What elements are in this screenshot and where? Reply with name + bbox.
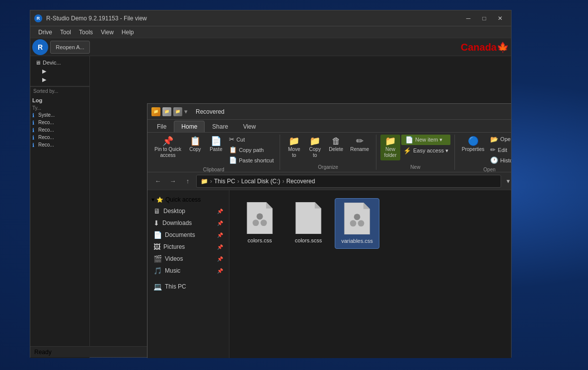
minimize-button[interactable]: ─ (461, 13, 475, 23)
address-path[interactable]: 📁 › This PC › Local Disk (C:) › Recovere… (196, 175, 501, 188)
paste-shortcut-button[interactable]: 📄 Paste shortcut (227, 155, 276, 165)
outer-win-controls: ─ □ ✕ (461, 13, 507, 23)
app-logo: R (32, 39, 48, 55)
documents-icon: 📄 (153, 231, 162, 239)
sidebar-item-documents[interactable]: 📄 Documents 📌 (147, 229, 229, 241)
tab-file[interactable]: File (149, 121, 174, 132)
pin-to-quick-access-button[interactable]: 📌 Pin to Quickaccess (151, 135, 184, 160)
properties-icon: 🔵 (468, 137, 479, 146)
new-item-button[interactable]: 📄 New item ▾ (401, 135, 450, 145)
log-col-header: Ty... (32, 105, 87, 111)
organize-label: Organize (284, 162, 372, 170)
breadcrumb-recovered[interactable]: Recovered (286, 178, 315, 185)
documents-pin-icon: 📌 (217, 232, 223, 238)
copy-button[interactable]: 📋 Copy (185, 135, 205, 154)
folder-icon-2: 📁 (162, 107, 171, 116)
sidebar-quick-access-header[interactable]: ▾ ⭐ Quick access (147, 194, 229, 205)
svg-point-10 (358, 220, 365, 226)
pin-icon: 📌 (162, 137, 173, 146)
colors-scss-icon (293, 202, 324, 234)
address-dropdown-button[interactable]: ▾ (503, 175, 511, 188)
new-label: New (380, 162, 450, 170)
outer-window-title: R-Studio Demo 9.2.191153 - File view (46, 15, 461, 22)
svg-point-11 (354, 214, 361, 220)
tab-view[interactable]: View (235, 121, 263, 132)
delete-button[interactable]: 🗑 Delete (326, 135, 346, 154)
svg-marker-6 (315, 202, 321, 209)
fe-content: colors.css colors.scss (229, 190, 511, 358)
svg-point-4 (257, 213, 263, 220)
new-small-buttons: 📄 New item ▾ ⚡ Easy access ▾ (401, 135, 450, 155)
quick-access-icon: ⭐ (156, 197, 163, 203)
file-item-variables-css[interactable]: variables.css (335, 198, 379, 249)
pictures-icon: 🖼 (153, 243, 160, 251)
maximize-button[interactable]: □ (477, 13, 491, 23)
menu-tool[interactable]: Tool (56, 26, 75, 38)
quick-access-more[interactable]: ▾ (184, 108, 188, 115)
menu-view[interactable]: View (97, 26, 118, 38)
fe-sidebar: ▾ ⭐ Quick access 🖥 Desktop 📌 ⬇ Downloads (147, 190, 229, 358)
open-buttons: 🔵 Properties 📂 Open ▾ ✏ Edit (459, 135, 511, 165)
sidebar-item-downloads[interactable]: ⬇ Downloads 📌 (147, 217, 229, 229)
svg-marker-8 (364, 203, 370, 209)
new-folder-button[interactable]: 📁 Newfolder (380, 135, 400, 160)
breadcrumb-folder-icon: 📁 (201, 178, 208, 185)
tree-item-2[interactable]: ▶ (40, 75, 87, 84)
toolbar-reopen-btn[interactable]: Reopen A... (50, 41, 90, 54)
downloads-pin-icon: 📌 (217, 221, 223, 226)
sidebar-item-desktop-label: Desktop (163, 208, 185, 215)
open-button[interactable]: 📂 Open ▾ (488, 135, 511, 144)
paste-icon: 📄 (211, 137, 221, 146)
file-item-colors-scss[interactable]: colors.scss (286, 198, 331, 249)
nav-forward-button[interactable]: → (166, 175, 179, 188)
nav-back-button[interactable]: ← (151, 175, 164, 188)
outer-menubar: Drive Tool Tools View Help (30, 26, 511, 38)
sidebar-item-desktop[interactable]: 🖥 Desktop 📌 (147, 205, 229, 217)
history-button[interactable]: 🕐 History (488, 155, 511, 165)
log-header: Log (32, 97, 87, 103)
tree-item-1[interactable]: ▶ (40, 67, 87, 75)
properties-button[interactable]: 🔵 Properties (459, 135, 488, 154)
cut-button[interactable]: ✂ Cut (227, 135, 276, 144)
desktop-pin-icon: 📌 (217, 209, 223, 214)
open-label: Open (459, 165, 511, 172)
toolbar-area: Reopen A... (50, 41, 90, 54)
ribbon: 📌 Pin to Quickaccess 📋 Copy 📄 Paste (147, 133, 511, 172)
menu-tools[interactable]: Tools (75, 26, 97, 38)
log-item-4: ℹReco... (32, 134, 87, 142)
sidebar-item-videos[interactable]: 🎬 Videos 📌 (147, 253, 229, 265)
sidebar-item-music[interactable]: 🎵 Music 📌 (147, 265, 229, 277)
sidebar-item-pictures[interactable]: 🖼 Pictures 📌 (147, 241, 229, 253)
easy-access-button[interactable]: ⚡ Easy access ▾ (401, 146, 450, 155)
breadcrumb-local-disk[interactable]: Local Disk (C:) (241, 178, 281, 185)
tab-share[interactable]: Share (205, 121, 235, 132)
device-item[interactable]: 🖥 Devic... (32, 58, 87, 67)
sidebar-item-pictures-label: Pictures (163, 243, 185, 250)
tab-home[interactable]: Home (174, 121, 205, 132)
sidebar-item-this-pc[interactable]: 💻 This PC (147, 281, 229, 293)
history-icon: 🕐 (490, 156, 498, 164)
paste-button[interactable]: 📄 Paste (206, 135, 226, 154)
clipboard-small-buttons: ✂ Cut 📋 Copy path 📄 Paste shortcut (227, 135, 276, 165)
outer-status-text: Ready (34, 349, 52, 356)
fe-quick-access-icons: 📁 📁 📁 ▾ (151, 107, 188, 116)
variables-css-name: variables.css (341, 237, 373, 244)
move-to-button[interactable]: 📁 Moveto (284, 135, 304, 160)
file-explorer-window: 📁 📁 📁 ▾ Recovered ─ □ ✕ File Home (147, 103, 511, 358)
file-item-colors-css[interactable]: colors.css (237, 198, 282, 249)
breadcrumb-this-pc[interactable]: This PC (214, 178, 235, 185)
menu-drive[interactable]: Drive (34, 26, 56, 38)
menu-help[interactable]: Help (118, 26, 138, 38)
copy-to-button[interactable]: 📁 Copyto (305, 135, 325, 160)
rename-button[interactable]: ✏ Rename (347, 135, 372, 154)
open-small-buttons: 📂 Open ▾ ✏ Edit 🕐 History (488, 135, 511, 165)
organize-buttons: 📁 Moveto 📁 Copyto 🗑 Delete (284, 135, 372, 162)
copy-path-button[interactable]: 📋 Copy path (227, 145, 276, 154)
nav-up-button[interactable]: ↑ (181, 175, 194, 188)
close-button[interactable]: ✕ (493, 13, 507, 23)
ribbon-group-new: 📁 Newfolder 📄 New item ▾ ⚡ Ea (380, 135, 455, 170)
videos-icon: 🎬 (153, 255, 162, 263)
edit-button[interactable]: ✏ Edit (488, 145, 511, 154)
copy-path-icon: 📋 (229, 146, 237, 153)
sidebar-item-downloads-label: Downloads (162, 220, 192, 226)
